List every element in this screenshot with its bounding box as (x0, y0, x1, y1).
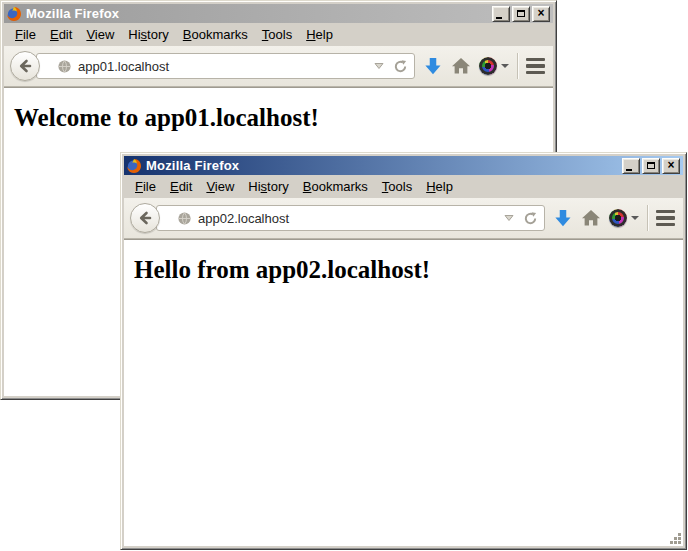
menu-button[interactable] (526, 58, 545, 75)
addon-button[interactable] (609, 209, 639, 227)
firefox-logo-icon (126, 158, 142, 174)
home-button[interactable] (451, 56, 471, 76)
site-globe-icon[interactable] (57, 59, 72, 74)
url-text[interactable]: app02.localhost (198, 211, 504, 226)
menu-tools[interactable]: Tools (256, 25, 298, 44)
menu-icon (656, 210, 675, 214)
addon-caret-icon (631, 216, 639, 220)
menu-bookmarks[interactable]: Bookmarks (177, 25, 254, 44)
firefox-window-app02[interactable]: Mozilla Firefox × File Edit View History… (120, 152, 687, 550)
page-content: Hello from app02.localhost! (124, 239, 683, 546)
reload-icon[interactable] (523, 211, 538, 226)
back-button[interactable] (130, 203, 160, 233)
menu-file[interactable]: File (9, 25, 42, 44)
url-bar[interactable]: app02.localhost (156, 205, 545, 231)
download-button[interactable] (553, 207, 573, 229)
color-wheel-addon-icon (609, 209, 627, 227)
close-button[interactable]: × (662, 158, 680, 174)
navigation-toolbar: app02.localhost (124, 198, 683, 239)
menu-help[interactable]: Help (300, 25, 339, 44)
resize-grip[interactable] (669, 532, 682, 545)
maximize-button[interactable] (512, 6, 530, 22)
menu-history[interactable]: History (242, 177, 294, 196)
menu-edit[interactable]: Edit (44, 25, 78, 44)
page-heading: Welcome to app01.localhost! (14, 104, 543, 132)
menu-help[interactable]: Help (420, 177, 459, 196)
url-dropdown-icon[interactable] (504, 214, 514, 222)
maximize-icon (647, 162, 655, 169)
menu-view[interactable]: View (200, 177, 240, 196)
titlebar[interactable]: Mozilla Firefox × (124, 156, 683, 175)
firefox-logo-icon (6, 6, 22, 22)
menu-view[interactable]: View (80, 25, 120, 44)
color-wheel-addon-icon (479, 57, 497, 75)
home-button[interactable] (581, 208, 601, 228)
back-button[interactable] (10, 51, 40, 81)
menu-history[interactable]: History (122, 25, 174, 44)
navigation-toolbar: app01.localhost (4, 46, 553, 87)
menu-edit[interactable]: Edit (164, 177, 198, 196)
url-dropdown-icon[interactable] (374, 62, 384, 70)
page-heading: Hello from app02.localhost! (134, 256, 673, 284)
window-controls: × (622, 158, 680, 174)
desktop: { "desktop": { "background": "#ffffff" }… (0, 0, 688, 551)
window-title: Mozilla Firefox (146, 158, 622, 173)
back-arrow-icon (17, 58, 33, 74)
download-icon (553, 207, 573, 229)
download-button[interactable] (423, 55, 443, 77)
reload-icon[interactable] (393, 59, 408, 74)
minimize-button[interactable] (492, 6, 510, 22)
back-arrow-icon (137, 210, 153, 226)
titlebar[interactable]: Mozilla Firefox × (4, 4, 553, 23)
url-bar[interactable]: app01.localhost (36, 53, 415, 79)
close-icon: × (667, 160, 674, 170)
minimize-icon (496, 17, 502, 19)
menu-icon (526, 58, 545, 62)
window-title: Mozilla Firefox (26, 6, 492, 21)
toolbar-divider (647, 205, 648, 231)
window-controls: × (492, 6, 550, 22)
maximize-button[interactable] (642, 158, 660, 174)
home-icon (581, 208, 601, 228)
toolbar-divider (517, 53, 518, 79)
menu-bar: File Edit View History Bookmarks Tools H… (124, 175, 683, 198)
download-icon (423, 55, 443, 77)
menu-bar: File Edit View History Bookmarks Tools H… (4, 23, 553, 46)
site-globe-icon[interactable] (177, 211, 192, 226)
menu-bookmarks[interactable]: Bookmarks (297, 177, 374, 196)
addon-button[interactable] (479, 57, 509, 75)
close-button[interactable]: × (532, 6, 550, 22)
addon-caret-icon (501, 64, 509, 68)
menu-file[interactable]: File (129, 177, 162, 196)
close-icon: × (537, 8, 544, 18)
url-text[interactable]: app01.localhost (78, 59, 374, 74)
menu-tools[interactable]: Tools (376, 177, 418, 196)
maximize-icon (517, 10, 525, 17)
minimize-button[interactable] (622, 158, 640, 174)
menu-button[interactable] (656, 210, 675, 227)
minimize-icon (626, 169, 632, 171)
home-icon (451, 56, 471, 76)
